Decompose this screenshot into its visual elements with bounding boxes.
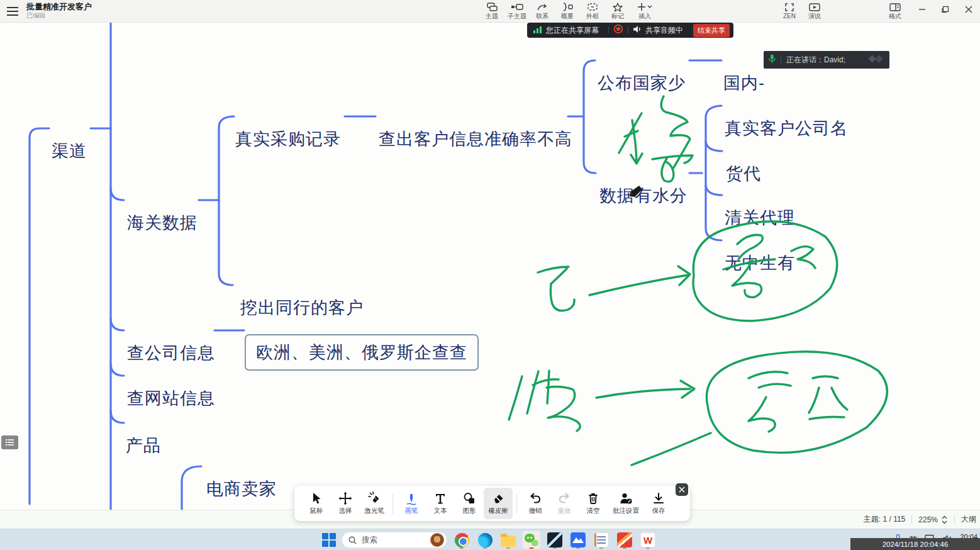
microphone-icon — [769, 54, 776, 66]
toolbar-summary-button[interactable]: 概要 — [555, 1, 580, 20]
dark-app-icon — [547, 532, 562, 547]
text-tool-icon — [433, 491, 447, 505]
zoom-stepper-icon[interactable] — [941, 515, 948, 524]
node-customs-data[interactable]: 海关数据 — [127, 213, 198, 233]
node-domestic[interactable]: 国内- — [723, 73, 765, 93]
outline-list-icon — [5, 439, 15, 446]
annotator-settings-icon — [619, 491, 633, 505]
anno-select-button[interactable]: 选择 — [331, 488, 360, 519]
taskbar-explorer[interactable] — [499, 530, 517, 549]
anno-clear-button[interactable]: 清空 — [579, 488, 608, 519]
search-highlight-thumbnail — [430, 533, 444, 547]
taskbar-search[interactable]: 搜索 — [342, 532, 447, 548]
audio-share-text: 共享音频中 — [645, 25, 683, 36]
anno-laser-button[interactable]: 激光笔 — [360, 488, 389, 519]
app-titlebar: 批量精准开发客户 已编辑 主题 子主题 联系 概要 外框 标记 插 — [0, 0, 980, 23]
toolbar-subtopic-button[interactable]: 子主题 — [504, 1, 530, 20]
toolbar-topic-button[interactable]: 主题 — [479, 1, 504, 20]
red-app-icon — [617, 532, 632, 547]
notepad-icon — [594, 532, 609, 547]
toolbar-marker-button[interactable]: 标记 — [605, 1, 630, 20]
menu-icon[interactable] — [6, 6, 19, 16]
eraser-icon — [491, 491, 505, 505]
play-icon — [802, 2, 827, 13]
toolbar-insert-button[interactable]: 插入 — [630, 1, 659, 20]
speaking-toast: 正在讲话：David; — [764, 51, 889, 69]
node-customs-broker[interactable]: 清关代理 — [725, 208, 795, 228]
outline-button[interactable]: 大纲 — [961, 514, 976, 525]
edge-icon — [478, 533, 493, 547]
node-purchase-records[interactable]: 真实采购记录 — [235, 129, 341, 149]
meeting-logo-watermark — [868, 53, 884, 66]
node-data-watered[interactable]: 数据有水分 — [599, 186, 688, 206]
node-freight-forwarder[interactable]: 货代 — [726, 164, 761, 184]
window-maximize-button[interactable] — [933, 0, 957, 19]
annotation-toolbar-close-button[interactable] — [676, 483, 688, 496]
taskbar-chrome[interactable] — [453, 530, 471, 549]
chrome-icon — [455, 533, 469, 547]
pen-icon — [404, 491, 418, 505]
node-product[interactable]: 产品 — [126, 435, 161, 456]
outline-toggle-button[interactable] — [1, 435, 18, 449]
taskbar-wechat[interactable] — [523, 530, 540, 549]
mindmap-canvas[interactable]: 渠道 海关数据 真实采购记录 查出客户信息准确率不高 公布国家少 国内- 数据有… — [0, 23, 980, 510]
node-made-up[interactable]: 无中生有 — [725, 253, 795, 273]
redo-icon — [557, 491, 571, 505]
cursor-icon — [309, 491, 323, 505]
anno-text-button[interactable]: 文本 — [426, 488, 455, 519]
anno-save-button[interactable]: 保存 — [644, 488, 673, 519]
anno-pen-button[interactable]: 画笔 — [397, 488, 426, 519]
format-panel-button[interactable]: 格式 — [883, 1, 908, 20]
laser-pointer-icon — [367, 491, 381, 505]
window-minimize-button[interactable] — [910, 0, 933, 19]
summary-icon — [555, 2, 580, 13]
relationship-icon — [530, 2, 555, 13]
toolbar-boundary-button[interactable]: 外框 — [580, 1, 605, 20]
node-company-info[interactable]: 查公司信息 — [127, 343, 215, 363]
mountain-app-icon — [571, 532, 586, 547]
download-save-icon — [652, 491, 665, 505]
folder-icon — [501, 536, 516, 547]
sharing-status-text: 您正在共享屏幕 — [546, 25, 599, 36]
speaking-text: 正在讲话：David; — [786, 55, 845, 65]
toolbar-relationship-button[interactable]: 联系 — [530, 1, 555, 20]
present-button[interactable]: 演说 — [802, 1, 827, 20]
anno-eraser-button[interactable]: 橡皮擦 — [484, 488, 513, 519]
topic-icon — [479, 2, 504, 13]
subtopic-icon — [504, 2, 530, 13]
search-icon — [348, 536, 357, 544]
node-ecommerce-seller[interactable]: 电商卖家 — [206, 479, 277, 499]
trash-icon — [586, 491, 600, 505]
taskbar-xmind[interactable] — [569, 530, 587, 549]
end-share-button[interactable]: 结束共享 — [693, 24, 730, 37]
window-close-button[interactable] — [957, 0, 980, 19]
format-panel-icon — [883, 2, 908, 13]
anno-shapes-button[interactable]: 图形 — [455, 488, 484, 519]
node-peer-customers[interactable]: 挖出同行的客户 — [240, 298, 364, 318]
document-save-status: 已编辑 — [26, 11, 92, 20]
close-icon — [679, 486, 685, 493]
node-few-countries[interactable]: 公布国家少 — [598, 73, 686, 93]
taskbar-edge[interactable] — [476, 530, 494, 549]
taskbar-red-app[interactable] — [616, 530, 633, 549]
anno-mouse-button[interactable]: 鼠标 — [302, 488, 331, 519]
node-channel[interactable]: 渠道 — [52, 141, 87, 161]
wps-icon: W — [640, 532, 655, 547]
taskbar-wps[interactable]: W — [639, 530, 657, 549]
zoom-control[interactable]: 225% — [918, 515, 948, 524]
taskbar-dark-app[interactable] — [546, 530, 564, 549]
anno-redo-button[interactable]: 重做 — [550, 488, 579, 519]
taskbar-notes-app[interactable] — [593, 530, 610, 549]
node-website-info[interactable]: 查网站信息 — [127, 388, 215, 408]
screen-share-banner: 您正在共享屏幕 共享音频中 结束共享 — [527, 23, 733, 38]
start-button[interactable] — [322, 533, 336, 547]
node-accuracy-low[interactable]: 查出客户信息准确率不高 — [379, 129, 572, 149]
node-qichacha-boxed[interactable]: 欧洲、美洲、俄罗斯企查查 — [245, 334, 479, 371]
wechat-icon — [525, 534, 538, 546]
node-real-company-name[interactable]: 真实客户公司名 — [725, 118, 848, 138]
anno-settings-button[interactable]: 批注设置 — [608, 488, 644, 519]
zen-mode-button[interactable]: ZEN — [777, 1, 802, 20]
anno-undo-button[interactable]: 撤销 — [521, 488, 550, 519]
stop-share-icon[interactable] — [613, 24, 623, 36]
star-icon — [605, 2, 630, 13]
